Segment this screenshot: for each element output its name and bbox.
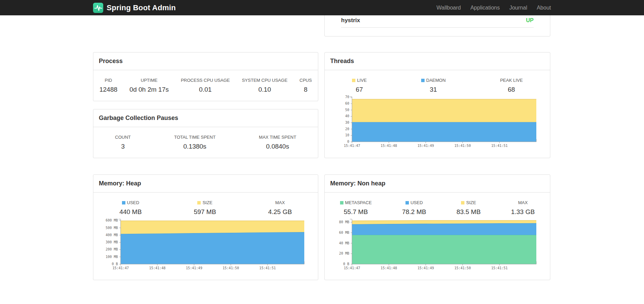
stat-label: UPTIME: [129, 78, 169, 83]
svg-text:15:41:47: 15:41:47: [344, 266, 360, 270]
threads-panel: Threads LIVE 67 DAEMON 31 PEAK LIVE 68 0…: [324, 52, 550, 158]
stat-uptime: UPTIME 0d 0h 2m 17s: [129, 78, 169, 93]
legend-max: MAX 4.25 GB: [268, 200, 292, 216]
legend-label: LIVE: [352, 78, 367, 83]
nonheap-panel: Memory: Non heap METASPACE 55.7 MB USED …: [324, 174, 550, 280]
legend-text: LIVE: [357, 78, 367, 83]
legend-text: SIZE: [202, 200, 212, 205]
svg-text:300 MB: 300 MB: [106, 240, 118, 244]
legend-metaspace: METASPACE 55.7 MB: [340, 200, 372, 216]
legend-value: 68: [500, 86, 523, 93]
heap-panel: Memory: Heap USED 440 MB SIZE 597 MB MAX…: [93, 174, 318, 280]
main-content: hystrix UP Process PID 12488 UPTIME 0d 0…: [93, 15, 551, 304]
legend-label: PEAK LIVE: [500, 78, 523, 83]
legend-swatch-size: [461, 201, 464, 204]
legend-swatch-metaspace: [340, 201, 343, 204]
legend-label: USED: [402, 200, 426, 205]
svg-text:15:41:48: 15:41:48: [381, 144, 397, 148]
legend-text: MAX: [275, 200, 285, 205]
legend-live: LIVE 67: [352, 78, 367, 93]
svg-text:15:41:50: 15:41:50: [455, 266, 471, 270]
heap-chart-svg: 0 B100 MB200 MB300 MB400 MB500 MB600 MB1…: [97, 217, 313, 272]
heap-chart: 0 B100 MB200 MB300 MB400 MB500 MB600 MB1…: [97, 217, 313, 272]
nav-link-journal[interactable]: Journal: [505, 5, 532, 11]
stat-value: 0.0840s: [259, 143, 296, 150]
legend-swatch-live: [352, 79, 355, 82]
legend-swatch-used: [122, 201, 125, 204]
svg-text:15:41:50: 15:41:50: [223, 266, 239, 270]
gc-stats-row: COUNT 3 TOTAL TIME SPENT 0.1380s MAX TIM…: [93, 127, 318, 150]
svg-text:15:41:48: 15:41:48: [381, 266, 397, 270]
stat-value: 0.1380s: [174, 143, 216, 150]
legend-label: SIZE: [457, 200, 481, 205]
stat-value: 0d 0h 2m 17s: [129, 86, 169, 93]
legend-value: 31: [421, 86, 446, 93]
health-row: hystrix UP: [341, 14, 534, 28]
legend-value: 78.2 MB: [402, 208, 426, 216]
svg-text:40 MB: 40 MB: [339, 241, 349, 245]
stat-cpus: CPUS 8: [300, 78, 312, 93]
health-item-name: hystrix: [341, 17, 360, 24]
legend-label: METASPACE: [340, 200, 372, 205]
legend-used: USED 440 MB: [119, 200, 141, 216]
nav-link-applications[interactable]: Applications: [465, 5, 504, 11]
svg-text:15:41:51: 15:41:51: [491, 266, 508, 270]
legend-value: 55.7 MB: [340, 208, 372, 216]
svg-text:30: 30: [345, 121, 349, 124]
brand-link[interactable]: Spring Boot Admin: [93, 3, 176, 13]
stat-label: MAX TIME SPENT: [259, 135, 296, 140]
legend-text: PEAK LIVE: [500, 78, 523, 83]
legend-max: MAX 1.33 GB: [511, 200, 535, 216]
legend-text: METASPACE: [345, 200, 372, 205]
svg-text:40: 40: [345, 114, 349, 118]
legend-used: USED 78.2 MB: [402, 200, 426, 216]
stat-label: SYSTEM CPU USAGE: [242, 78, 288, 83]
svg-text:10: 10: [345, 133, 349, 137]
svg-text:500 MB: 500 MB: [106, 226, 118, 230]
svg-text:15:41:48: 15:41:48: [149, 266, 166, 270]
nav-link-wallboard[interactable]: Wallboard: [432, 5, 465, 11]
stat-gc-count: COUNT 3: [115, 135, 131, 150]
svg-text:15:41:51: 15:41:51: [259, 266, 276, 270]
svg-text:60: 60: [345, 102, 349, 105]
health-status-badge: UP: [526, 17, 534, 24]
legend-value: 4.25 GB: [268, 208, 292, 216]
nav-link-about[interactable]: About: [532, 5, 551, 11]
stat-label: PROCESS CPU USAGE: [181, 78, 230, 83]
gc-panel: Garbage Collection Pauses COUNT 3 TOTAL …: [93, 109, 318, 158]
threads-legend-row: LIVE 67 DAEMON 31 PEAK LIVE 68: [325, 70, 550, 93]
legend-daemon: DAEMON 31: [421, 78, 446, 93]
process-panel-title: Process: [93, 52, 318, 70]
svg-text:400 MB: 400 MB: [106, 233, 118, 237]
threads-chart: 01020304050607015:41:4715:41:4815:41:491…: [328, 95, 545, 149]
legend-label: DAEMON: [421, 78, 446, 83]
navbar-inner: Spring Boot Admin Wallboard Applications…: [93, 0, 551, 15]
svg-text:20: 20: [345, 127, 349, 131]
legend-text: DAEMON: [426, 78, 446, 83]
legend-size: SIZE 83.5 MB: [457, 200, 481, 216]
svg-text:20 MB: 20 MB: [339, 252, 349, 255]
app-logo-icon: [93, 3, 103, 13]
nonheap-chart: 0 B20 MB40 MB60 MB80 MB15:41:4715:41:481…: [328, 217, 545, 272]
stat-label: TOTAL TIME SPENT: [174, 135, 216, 140]
legend-text: USED: [127, 200, 139, 205]
gc-panel-title: Garbage Collection Pauses: [93, 109, 318, 127]
legend-swatch-used: [405, 201, 409, 204]
process-stats-row: PID 12488 UPTIME 0d 0h 2m 17s PROCESS CP…: [93, 70, 318, 93]
legend-label: USED: [119, 200, 141, 205]
nonheap-panel-title: Memory: Non heap: [325, 175, 550, 193]
legend-peak-live: PEAK LIVE 68: [500, 78, 523, 93]
svg-text:15:41:49: 15:41:49: [417, 144, 434, 148]
stat-gc-total-time: TOTAL TIME SPENT 0.1380s: [174, 135, 216, 150]
stat-value: 0.10: [242, 86, 288, 93]
threads-chart-svg: 01020304050607015:41:4715:41:4815:41:491…: [328, 95, 545, 149]
stat-process-cpu: PROCESS CPU USAGE 0.01: [181, 78, 230, 93]
heap-panel-title: Memory: Heap: [93, 175, 318, 193]
heap-legend-row: USED 440 MB SIZE 597 MB MAX 4.25 GB: [93, 193, 318, 216]
svg-text:600 MB: 600 MB: [106, 218, 118, 222]
svg-text:0 B: 0 B: [112, 262, 118, 266]
legend-value: 1.33 GB: [511, 208, 535, 216]
nonheap-chart-svg: 0 B20 MB40 MB60 MB80 MB15:41:4715:41:481…: [328, 217, 545, 272]
stat-label: CPUS: [300, 78, 312, 83]
legend-text: SIZE: [466, 200, 476, 205]
